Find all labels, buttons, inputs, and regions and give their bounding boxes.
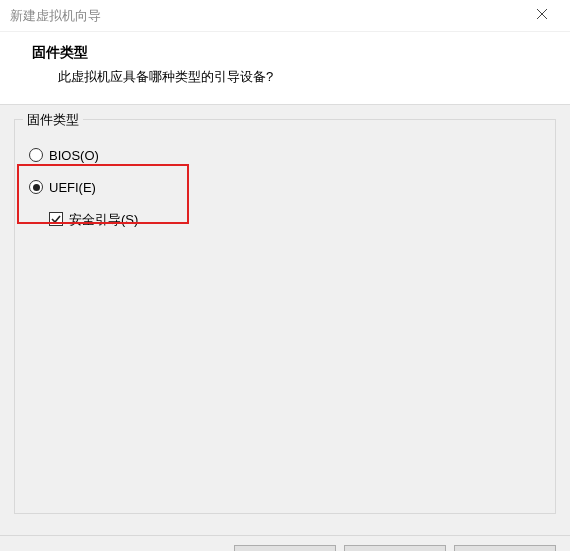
radio-uefi-label: UEFI(E) — [49, 181, 96, 194]
back-button[interactable]: < 上一步(B) — [234, 545, 336, 551]
firmware-type-group: 固件类型 BIOS(O) UEFI(E) 安全引导(S) — [14, 119, 556, 514]
radio-icon — [29, 148, 43, 162]
checkbox-icon-checked — [49, 212, 63, 226]
radio-icon-selected — [29, 180, 43, 194]
window-title: 新建虚拟机向导 — [10, 7, 522, 25]
radio-bios-label: BIOS(O) — [49, 149, 99, 162]
radio-uefi[interactable]: UEFI(E) — [25, 176, 545, 198]
page-subtitle: 此虚拟机应具备哪种类型的引导设备? — [32, 68, 546, 86]
group-legend: 固件类型 — [23, 111, 83, 129]
titlebar: 新建虚拟机向导 — [0, 0, 570, 32]
firmware-options: BIOS(O) UEFI(E) 安全引导(S) — [25, 138, 545, 230]
radio-bios[interactable]: BIOS(O) — [25, 144, 545, 166]
content-area: 固件类型 BIOS(O) UEFI(E) 安全引导(S) — [0, 105, 570, 535]
checkbox-secure-boot-label: 安全引导(S) — [69, 213, 138, 226]
close-button[interactable] — [522, 0, 562, 32]
close-icon — [536, 8, 548, 23]
wizard-header: 固件类型 此虚拟机应具备哪种类型的引导设备? — [0, 32, 570, 104]
wizard-button-bar: < 上一步(B) 下一步(N) > 取消 — [0, 535, 570, 551]
cancel-button[interactable]: 取消 — [454, 545, 556, 551]
page-title: 固件类型 — [32, 44, 546, 62]
next-button[interactable]: 下一步(N) > — [344, 545, 446, 551]
checkbox-secure-boot[interactable]: 安全引导(S) — [25, 208, 545, 230]
